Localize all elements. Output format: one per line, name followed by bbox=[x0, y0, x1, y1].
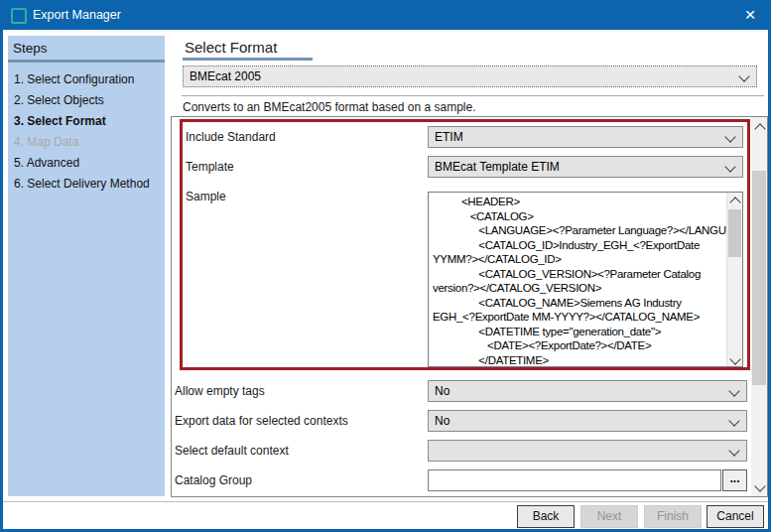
sample-line: <DATE><?ExportDate?></DATE> bbox=[433, 338, 726, 353]
chevron-down-icon bbox=[728, 415, 739, 426]
default-context-select[interactable] bbox=[428, 440, 747, 462]
scroll-up-button[interactable] bbox=[727, 193, 742, 207]
chevron-up-icon bbox=[754, 123, 765, 134]
titlebar[interactable]: Export Manager × bbox=[0, 0, 771, 30]
sample-line: YYMM?></CATALOG_ID> bbox=[433, 252, 726, 267]
sidebar-item-select-format[interactable]: 3. Select Format bbox=[14, 114, 106, 128]
template-label: Template bbox=[186, 160, 234, 174]
description-separator bbox=[182, 95, 764, 96]
form-scrollbar[interactable] bbox=[751, 117, 767, 496]
browse-button[interactable]: ... bbox=[722, 469, 747, 491]
chevron-down-icon bbox=[728, 445, 739, 456]
format-select-value: BMEcat 2005 bbox=[190, 69, 261, 83]
sample-line: version?></CATALOG_VERSION> bbox=[433, 281, 726, 296]
back-button[interactable]: Back bbox=[517, 505, 575, 528]
export-contexts-value: No bbox=[435, 414, 450, 428]
sidebar-item-select-objects[interactable]: 2. Select Objects bbox=[14, 93, 104, 107]
sidebar-item-advanced[interactable]: 5. Advanced bbox=[14, 156, 79, 170]
allow-empty-tags-select[interactable]: No bbox=[428, 380, 747, 402]
sample-scrollbar[interactable] bbox=[726, 193, 742, 366]
chevron-down-icon bbox=[724, 131, 735, 142]
export-contexts-label: Export data for selected contexts bbox=[175, 414, 348, 428]
sample-line: <CATALOG> bbox=[433, 209, 726, 224]
allow-empty-tags-value: No bbox=[435, 384, 450, 398]
sidebar-item-select-delivery-method[interactable]: 6. Select Delivery Method bbox=[14, 177, 150, 191]
sidebar-item-select-configuration[interactable]: 1. Select Configuration bbox=[14, 72, 134, 86]
catalog-group-label: Catalog Group bbox=[175, 473, 252, 487]
scrollbar-thumb[interactable] bbox=[728, 209, 741, 257]
allow-empty-tags-label: Allow empty tags bbox=[175, 384, 265, 398]
next-button: Next bbox=[580, 505, 638, 528]
sample-line: <DATETIME type="generation_date"> bbox=[433, 325, 726, 339]
sample-line: <CATALOG_NAME>Siemens AG Industry bbox=[433, 296, 726, 311]
sample-line: <HEADER> bbox=[433, 195, 726, 209]
sample-line: <CATALOG_VERSION><?Parameter Catalog bbox=[433, 267, 726, 282]
window-border-left bbox=[0, 30, 3, 532]
format-select[interactable]: BMEcat 2005 bbox=[183, 66, 757, 87]
template-select[interactable]: BMEcat Template ETIM bbox=[428, 156, 743, 178]
sample-line: <LANGUAGE><?Parameter Language?></LANGUA… bbox=[433, 223, 726, 238]
chevron-down-icon bbox=[724, 161, 735, 172]
sample-xml-text: <HEADER> <CATALOG> <LANGUAGE><?Parameter… bbox=[433, 195, 726, 366]
chevron-up-icon bbox=[729, 197, 740, 207]
sample-textarea[interactable]: <HEADER> <CATALOG> <LANGUAGE><?Parameter… bbox=[428, 192, 743, 367]
scrollbar-thumb[interactable] bbox=[752, 171, 766, 385]
catalog-group-input[interactable] bbox=[428, 469, 721, 491]
scroll-up-button[interactable] bbox=[751, 119, 767, 135]
default-context-label: Select default context bbox=[175, 444, 289, 458]
cancel-button[interactable]: Cancel bbox=[707, 505, 764, 528]
template-value: BMEcat Template ETIM bbox=[435, 160, 560, 174]
chevron-down-icon bbox=[729, 353, 740, 364]
chevron-down-icon bbox=[728, 385, 739, 396]
sample-line: EGH_<?ExportDate MM-YYYY?></CATALOG_NAME… bbox=[433, 310, 726, 325]
page-title-underline bbox=[183, 58, 313, 61]
close-button[interactable]: × bbox=[729, 0, 771, 30]
scroll-down-button[interactable] bbox=[751, 478, 767, 494]
app-icon bbox=[11, 8, 27, 24]
sidebar-item-map-data: 4. Map Data bbox=[14, 135, 78, 149]
include-standard-label: Include Standard bbox=[186, 130, 276, 144]
steps-header: Steps bbox=[13, 41, 48, 56]
export-contexts-select[interactable]: No bbox=[428, 410, 747, 432]
sample-line: <CATALOG_ID>Industry_EGH_<?ExportDate bbox=[433, 238, 726, 253]
footer-separator bbox=[3, 501, 768, 502]
window-title: Export Manager bbox=[33, 8, 121, 22]
sample-line: </DATETIME> bbox=[433, 353, 726, 366]
format-description: Converts to an BMEcat2005 format based o… bbox=[183, 100, 476, 114]
include-standard-value: ETIM bbox=[435, 130, 463, 144]
sample-label: Sample bbox=[186, 190, 226, 203]
finish-button: Finish bbox=[644, 505, 702, 528]
steps-header-underline bbox=[8, 60, 165, 63]
export-manager-dialog: Export Manager × Steps 1. Select Configu… bbox=[0, 0, 771, 532]
include-standard-select[interactable]: ETIM bbox=[428, 126, 743, 148]
page-title: Select Format bbox=[185, 39, 277, 56]
chevron-down-icon bbox=[738, 70, 749, 81]
chevron-down-icon bbox=[754, 480, 765, 491]
scroll-down-button[interactable] bbox=[727, 351, 742, 366]
